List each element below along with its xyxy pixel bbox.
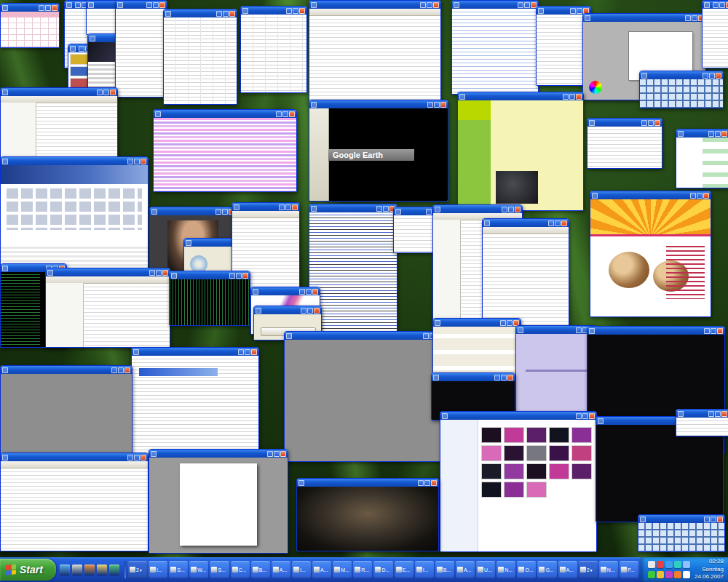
maximize-button[interactable] — [577, 8, 582, 14]
window-titlebar[interactable] — [516, 326, 596, 334]
quicklaunch-media-player-icon[interactable] — [84, 565, 95, 575]
close-button[interactable] — [162, 270, 168, 276]
window-explorer-tree[interactable] — [45, 268, 170, 348]
thumbnail[interactable] — [481, 445, 502, 461]
taskbar-button[interactable]: 2▾ — [579, 561, 598, 578]
maximize-button[interactable] — [424, 480, 430, 486]
window-purple-window[interactable] — [515, 325, 597, 414]
window-narrow-right[interactable] — [702, 0, 728, 68]
window-titlebar[interactable] — [638, 515, 724, 523]
close-button[interactable] — [289, 111, 295, 117]
taskbar-button[interactable]: S... — [210, 561, 229, 578]
maximize-button[interactable] — [648, 120, 654, 126]
tray-icon[interactable] — [674, 571, 681, 578]
thumbnail[interactable] — [504, 463, 524, 479]
close-button[interactable] — [716, 73, 721, 79]
window-titlebar[interactable] — [433, 319, 521, 327]
window-titlebar[interactable] — [1, 366, 132, 374]
window-spreadsheet-a[interactable] — [163, 9, 237, 105]
window-keyboard-bottom[interactable] — [638, 514, 725, 552]
close-button[interactable] — [110, 89, 116, 95]
minimize-button[interactable] — [570, 8, 576, 14]
close-button[interactable] — [721, 411, 727, 417]
window-titlebar[interactable] — [483, 219, 569, 227]
window-titlebar[interactable] — [440, 412, 596, 420]
taskbar-button[interactable]: A... — [558, 561, 577, 578]
close-button[interactable] — [312, 289, 318, 295]
maximize-button[interactable] — [434, 102, 440, 108]
window-browser-links[interactable] — [451, 0, 539, 95]
minimize-button[interactable] — [299, 289, 305, 295]
quicklaunch-folder-icon[interactable] — [97, 565, 107, 575]
close-button[interactable] — [141, 455, 146, 461]
taskbar-button[interactable]: I... — [415, 561, 434, 578]
minimize-button[interactable] — [267, 451, 273, 457]
maximize-button[interactable] — [711, 328, 716, 334]
close-button[interactable] — [721, 131, 727, 137]
window-titlebar[interactable] — [640, 71, 723, 79]
minimize-button[interactable] — [215, 209, 221, 215]
thumbnail[interactable] — [526, 482, 547, 498]
maximize-button[interactable] — [245, 349, 250, 355]
window-titlebar[interactable] — [1, 157, 148, 165]
maximize-button[interactable] — [715, 131, 721, 137]
window-titlebar[interactable] — [587, 327, 724, 335]
tray-icon[interactable] — [665, 561, 673, 568]
window-titlebar[interactable] — [676, 129, 728, 137]
minimize-button[interactable] — [127, 159, 133, 164]
window-spreadsheet-b[interactable] — [240, 6, 307, 93]
maximize-button[interactable] — [508, 207, 514, 212]
window-titlebar[interactable] — [170, 271, 250, 279]
close-button[interactable] — [717, 517, 723, 522]
minimize-button[interactable] — [75, 2, 81, 8]
window-browser-ad[interactable] — [0, 156, 149, 276]
close-button[interactable] — [292, 204, 298, 210]
minimize-button[interactable] — [713, 2, 719, 8]
maximize-button[interactable] — [293, 8, 298, 14]
close-button[interactable] — [589, 413, 595, 419]
minimize-button[interactable] — [418, 480, 424, 486]
taskbar-button[interactable]: N... — [599, 561, 618, 578]
maximize-button[interactable] — [282, 111, 288, 117]
window-titlebar[interactable] — [254, 306, 321, 314]
close-button[interactable] — [440, 102, 446, 108]
window-white-list-c[interactable] — [482, 218, 569, 326]
window-icons-window[interactable] — [676, 129, 728, 188]
minimize-button[interactable] — [641, 120, 647, 126]
tray-icon[interactable] — [648, 571, 655, 578]
window-titlebar[interactable] — [241, 7, 306, 15]
window-titlebar[interactable] — [297, 479, 438, 487]
minimize-button[interactable] — [276, 111, 282, 117]
taskbar-button[interactable]: P... — [620, 561, 638, 578]
thumbnail[interactable] — [549, 463, 569, 479]
window-titlebar[interactable] — [309, 1, 440, 9]
maximize-button[interactable] — [692, 15, 697, 21]
window-titlebar[interactable] — [537, 7, 590, 15]
taskbar-button[interactable]: E... — [395, 561, 414, 578]
minimize-button[interactable] — [149, 270, 155, 276]
close-button[interactable] — [229, 11, 235, 17]
maximize-button[interactable] — [156, 270, 162, 276]
minimize-button[interactable] — [79, 46, 84, 52]
thumbnail[interactable] — [504, 427, 524, 443]
thumbnail[interactable] — [504, 482, 524, 498]
minimize-button[interactable] — [502, 207, 507, 212]
tray-icon[interactable] — [657, 571, 664, 578]
taskbar-button[interactable]: N... — [496, 561, 515, 578]
minimize-button[interactable] — [685, 15, 691, 21]
minimize-button[interactable] — [576, 327, 582, 333]
window-doc-preview[interactable] — [149, 449, 288, 554]
window-titlebar[interactable] — [164, 9, 237, 17]
close-button[interactable] — [433, 2, 439, 8]
minimize-button[interactable] — [500, 320, 506, 326]
tray-icon[interactable] — [657, 561, 664, 568]
taskbar-button[interactable]: R... — [353, 561, 372, 578]
maximize-button[interactable] — [134, 455, 140, 461]
maximize-button[interactable] — [711, 517, 716, 522]
close-button[interactable] — [141, 159, 146, 164]
tray-icon[interactable] — [674, 561, 681, 568]
maximize-button[interactable] — [153, 2, 159, 8]
minimize-button[interactable] — [301, 308, 306, 314]
taskbar-button[interactable]: A... — [312, 561, 331, 578]
quicklaunch-show-desktop-icon[interactable] — [72, 565, 82, 575]
